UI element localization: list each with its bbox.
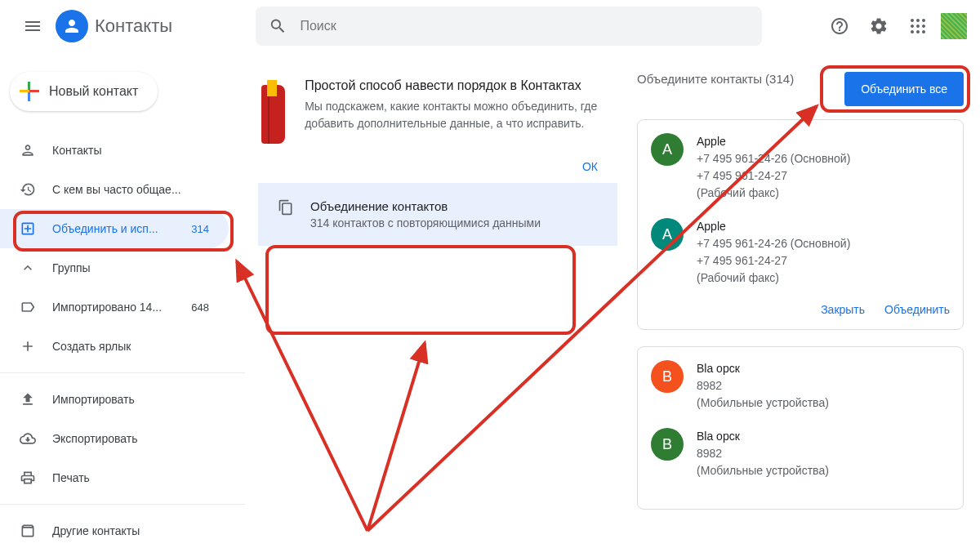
account-avatar[interactable] — [941, 13, 967, 39]
gear-icon — [869, 16, 889, 36]
copy-icon — [278, 199, 294, 219]
contact-phone: +7 495 961-24-26 (Основной) — [697, 235, 850, 252]
sidebar-item-other-contacts[interactable]: Другие контакты — [0, 511, 229, 548]
upload-icon — [20, 391, 36, 408]
nav-label: Печать — [52, 471, 209, 484]
archive-icon — [20, 523, 36, 539]
tidy-info-card: Простой способ навести порядок в Контакт… — [258, 72, 617, 150]
merge-card-title: Объединение контактов — [310, 199, 541, 213]
settings-button[interactable] — [862, 10, 895, 42]
chevron-up-icon — [20, 260, 36, 276]
contact-avatar: A — [651, 218, 684, 251]
contact-phone: 8982 — [697, 377, 829, 394]
divider — [0, 372, 245, 373]
svg-point-6 — [911, 30, 914, 33]
close-button[interactable]: Закрыть — [821, 303, 865, 316]
merge-button[interactable]: Объединить — [884, 303, 950, 316]
contact-phone: +7 495 961-24-27 — [697, 167, 850, 185]
nav-label: С кем вы часто общае... — [52, 183, 209, 196]
sidebar: Новый контакт Контакты С кем вы часто об… — [0, 52, 245, 548]
contact-name: Apple — [697, 218, 850, 235]
svg-point-1 — [916, 19, 920, 22]
nav-count: 314 — [191, 223, 209, 235]
help-button[interactable] — [823, 10, 856, 42]
sidebar-item-print[interactable]: Печать — [0, 458, 229, 497]
sidebar-item-contacts[interactable]: Контакты — [0, 131, 229, 170]
menu-icon — [23, 16, 42, 36]
apps-grid-icon — [908, 16, 928, 36]
contact-row: B Bla орск 8982 (Мобильные устройства) — [651, 428, 950, 479]
nav-label: Группы — [52, 261, 209, 274]
divider — [0, 504, 245, 505]
contact-avatar: B — [651, 428, 684, 461]
contact-phone-type: (Мобильные устройства) — [697, 394, 829, 412]
print-icon — [20, 470, 36, 486]
contact-phone: +7 495 961-24-27 — [697, 252, 850, 270]
svg-point-7 — [916, 30, 920, 33]
contact-phone-type: (Рабочий факс) — [697, 270, 850, 287]
contact-avatar: B — [651, 360, 684, 393]
sidebar-item-merge-fix[interactable]: Объединить и исп... 314 — [0, 209, 229, 248]
svg-point-8 — [922, 30, 925, 33]
person-outline-icon — [20, 142, 36, 158]
contact-avatar: A — [651, 133, 684, 166]
nav-label: Импортировать — [52, 393, 209, 406]
svg-point-2 — [922, 19, 925, 22]
book-icon — [261, 85, 285, 144]
merge-card-description: 314 контактов с повторяющимися данными — [310, 216, 541, 229]
merge-all-button[interactable]: Объединить все — [844, 72, 964, 106]
contact-name: Apple — [697, 133, 850, 150]
person-icon — [62, 16, 82, 36]
duplicate-card: A Apple +7 495 961-24-26 (Основной) +7 4… — [637, 119, 964, 330]
tidy-title: Простой способ навести порядок в Контакт… — [305, 78, 604, 93]
sidebar-item-import[interactable]: Импортировать — [0, 380, 229, 419]
svg-point-5 — [922, 25, 925, 28]
nav-label: Объединить и исп... — [52, 222, 175, 235]
search-box[interactable] — [256, 7, 762, 46]
contact-phone-type: (Мобильные устройства) — [697, 462, 829, 479]
nav-label: Другие контакты — [52, 524, 209, 537]
sidebar-item-imported-label[interactable]: Импортировано 14... 648 — [0, 287, 229, 327]
hamburger-menu-button[interactable] — [13, 7, 52, 46]
sidebar-item-groups[interactable]: Группы — [0, 248, 229, 287]
merge-fix-icon — [20, 221, 36, 237]
tidy-description: Мы подскажем, какие контакты можно объед… — [305, 98, 604, 132]
nav-label: Импортировано 14... — [52, 301, 175, 314]
contacts-logo — [56, 10, 88, 42]
plus-multicolor-icon — [20, 82, 39, 101]
cloud-download-icon — [20, 430, 36, 447]
duplicate-card: B Bla орск 8982 (Мобильные устройства) B… — [637, 346, 964, 510]
new-contact-button[interactable]: Новый контакт — [10, 72, 158, 111]
history-icon — [20, 181, 36, 198]
sidebar-item-export[interactable]: Экспортировать — [0, 419, 229, 458]
nav-label: Контакты — [52, 144, 209, 157]
merge-duplicates-card[interactable]: Объединение контактов 314 контактов с по… — [258, 183, 617, 246]
app-title: Контакты — [95, 16, 172, 37]
contact-name: Bla орск — [697, 360, 829, 377]
help-icon — [830, 16, 849, 36]
search-input[interactable] — [300, 19, 749, 33]
contact-phone-type: (Рабочий факс) — [697, 185, 850, 202]
svg-point-3 — [911, 25, 914, 28]
contact-row: A Apple +7 495 961-24-26 (Основной) +7 4… — [651, 133, 950, 202]
search-icon — [269, 16, 287, 36]
sidebar-item-create-label[interactable]: Создать ярлык — [0, 327, 229, 366]
contact-row: B Bla орск 8982 (Мобильные устройства) — [651, 360, 950, 412]
contact-row: A Apple +7 495 961-24-26 (Основной) +7 4… — [651, 218, 950, 287]
apps-button[interactable] — [902, 10, 934, 42]
svg-point-4 — [916, 25, 920, 28]
nav-count: 648 — [191, 301, 209, 314]
contact-name: Bla орск — [697, 428, 829, 445]
contact-phone: +7 495 961-24-26 (Основной) — [697, 150, 850, 167]
label-icon — [20, 299, 36, 315]
sidebar-item-frequent[interactable]: С кем вы часто общае... — [0, 170, 229, 209]
nav-label: Экспортировать — [52, 432, 209, 445]
plus-icon — [20, 338, 36, 354]
svg-point-0 — [911, 19, 914, 22]
contact-phone: 8982 — [697, 445, 829, 462]
merge-header-text: Объедините контакты (314) — [637, 72, 794, 86]
new-contact-label: Новый контакт — [49, 84, 138, 99]
ok-button[interactable]: ОК — [258, 150, 617, 183]
nav-label: Создать ярлык — [52, 340, 209, 353]
